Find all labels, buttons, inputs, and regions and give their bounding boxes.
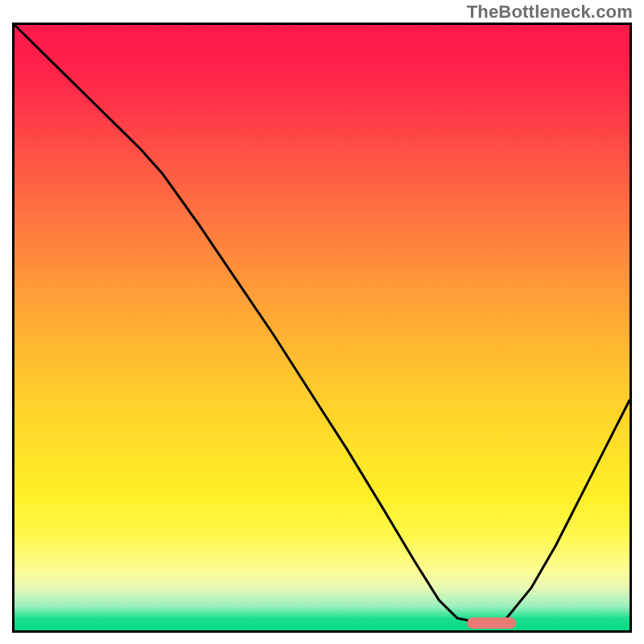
watermark-text: TheBottleneck.com — [467, 2, 633, 23]
optimal-range-marker — [467, 617, 516, 629]
bottleneck-curve — [14, 25, 630, 630]
chart-frame — [12, 23, 632, 633]
